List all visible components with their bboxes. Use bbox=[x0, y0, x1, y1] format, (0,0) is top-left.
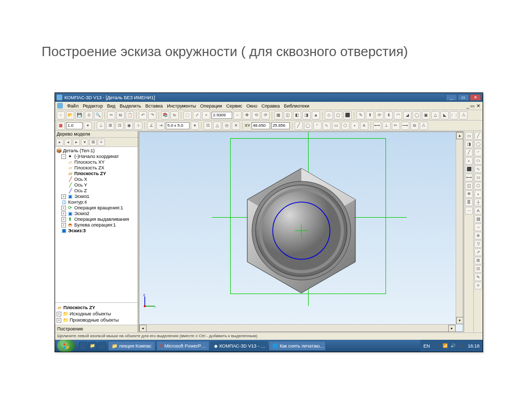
constraint-icon[interactable]: ⊥ bbox=[382, 122, 391, 130]
tree-sketch2[interactable]: +▣Эскиз2 bbox=[56, 211, 137, 217]
tree-plane-zx[interactable]: ▱Плоскость ZX bbox=[56, 165, 137, 171]
scale-input[interactable] bbox=[66, 122, 83, 129]
tree-tab[interactable]: Построение bbox=[55, 325, 138, 332]
dim2-icon[interactable]: ↔ bbox=[474, 223, 482, 231]
mirror-icon[interactable]: ⧊ bbox=[459, 111, 468, 119]
tree-body[interactable]: 📦Деталь (Тел-1) −✦(-)Начало координат ▱П… bbox=[55, 147, 138, 302]
round-icon[interactable]: ◉ bbox=[125, 122, 133, 130]
expand-icon[interactable]: + bbox=[61, 217, 66, 222]
ie-icon[interactable]: e bbox=[79, 342, 87, 350]
expand-icon[interactable]: + bbox=[61, 211, 66, 216]
task-powerpoint[interactable]: PMicrosoft PowerP… bbox=[156, 341, 210, 351]
layers-icon[interactable]: ≣ bbox=[465, 198, 473, 206]
text2-icon[interactable]: A bbox=[474, 207, 482, 215]
explorer-icon[interactable]: 📁 bbox=[88, 342, 97, 350]
scroll-right-icon[interactable]: ▸ bbox=[448, 325, 456, 332]
hidden-icon[interactable]: ◫ bbox=[284, 111, 292, 119]
shaded-icon[interactable]: ◧ bbox=[293, 111, 301, 119]
edit2-icon[interactable]: ✎ bbox=[474, 273, 482, 281]
section-icon[interactable]: ◫ bbox=[465, 182, 473, 190]
trim-icon[interactable]: ✂ bbox=[392, 122, 400, 130]
clock[interactable]: 16:18 bbox=[468, 343, 480, 349]
hide-icon[interactable]: 👁 bbox=[465, 190, 473, 198]
circle2-icon[interactable]: ◯ bbox=[474, 140, 482, 148]
spline-tool-icon[interactable]: ∿ bbox=[323, 122, 331, 130]
hole-icon[interactable]: ◯ bbox=[413, 111, 421, 119]
zoom-in-icon[interactable]: + bbox=[202, 111, 210, 119]
tree-expand-icon[interactable]: ▸ bbox=[56, 139, 63, 146]
menu-view[interactable]: Вид bbox=[107, 103, 115, 109]
zoom-fit-icon[interactable]: ⤢ bbox=[193, 111, 201, 119]
open-icon[interactable]: 📂 bbox=[66, 111, 74, 119]
tree-op-revolve[interactable]: +⟳Операция вращения:1 bbox=[56, 205, 137, 211]
rect2-icon[interactable]: ▭ bbox=[474, 174, 482, 181]
save-icon[interactable]: 💾 bbox=[75, 111, 84, 119]
scroll-down-icon[interactable]: ▾ bbox=[456, 317, 463, 324]
stop-icon[interactable]: ▦ bbox=[57, 122, 65, 130]
undo-icon[interactable]: ↶ bbox=[139, 111, 147, 119]
scrollbar-horizontal[interactable]: ◂ ▸ bbox=[139, 324, 456, 331]
line2-icon[interactable]: ╱ bbox=[474, 132, 482, 140]
scroll-up-icon[interactable]: ▴ bbox=[456, 132, 463, 139]
coord-y-input[interactable] bbox=[271, 122, 290, 129]
arc2-icon[interactable]: ◜ bbox=[474, 149, 482, 156]
expand-icon[interactable]: + bbox=[61, 223, 66, 228]
preview-icon[interactable]: 🔍 bbox=[94, 111, 102, 119]
pan-icon[interactable]: ✥ bbox=[243, 111, 251, 119]
expand-icon[interactable]: + bbox=[61, 194, 66, 199]
collapse-icon[interactable]: − bbox=[61, 154, 66, 159]
menu-window[interactable]: Окно bbox=[246, 103, 257, 109]
rib-icon[interactable]: △ bbox=[431, 111, 440, 119]
axis2-icon[interactable]: ┼ bbox=[474, 198, 482, 206]
faces-tool-icon[interactable]: ◨ bbox=[465, 140, 473, 148]
scrollbar-vertical[interactable]: ▴ ▾ bbox=[456, 132, 463, 324]
tree-bool[interactable]: +◓Булева операция:1 bbox=[56, 222, 137, 228]
menu-edit[interactable]: Редактор bbox=[83, 103, 103, 109]
tree-axis-y[interactable]: ╱Ось Y bbox=[56, 182, 137, 188]
paste-icon[interactable]: 📋 bbox=[126, 111, 134, 119]
menu-libraries[interactable]: Библиотеки bbox=[284, 103, 309, 109]
menu-insert[interactable]: Вставка bbox=[145, 103, 163, 109]
menu-select[interactable]: Выделить bbox=[119, 103, 141, 109]
point-tool-icon[interactable]: • bbox=[351, 122, 359, 130]
tree-sketch1[interactable]: +▣Эскиз1 bbox=[56, 194, 137, 200]
pattern-icon[interactable]: ⋮⋮ bbox=[450, 111, 458, 119]
draft-icon[interactable]: ◣ bbox=[441, 111, 449, 119]
spline2-icon[interactable]: ∿ bbox=[474, 165, 482, 173]
verts-tool-icon[interactable]: • bbox=[465, 157, 473, 165]
redo-icon[interactable]: ↷ bbox=[148, 111, 156, 119]
tree-origin[interactable]: −✦(-)Начало координат bbox=[56, 154, 137, 159]
revolve-icon[interactable]: ⟳ bbox=[375, 111, 383, 119]
zoom-readout[interactable] bbox=[211, 112, 232, 119]
local-cs-icon[interactable]: ⊹ bbox=[134, 122, 142, 130]
dropdown-icon[interactable]: ▾ bbox=[84, 122, 92, 130]
viewport-3d[interactable]: Z Y ◂ ▸ ▴ ▾ bbox=[139, 131, 463, 332]
cut-extrude-icon[interactable]: ⬇ bbox=[384, 111, 393, 119]
menu-service[interactable]: Сервис bbox=[226, 103, 242, 109]
polygon-tool-icon[interactable]: ⬡ bbox=[341, 122, 350, 130]
tree-plane-xy[interactable]: ▱Плоскость XY bbox=[56, 159, 137, 165]
scroll-track[interactable] bbox=[456, 139, 463, 317]
perspective-icon[interactable]: ▲ bbox=[312, 111, 320, 119]
scroll-track[interactable] bbox=[147, 325, 448, 331]
angle-icon[interactable]: ∠ bbox=[147, 122, 155, 130]
tray-shield-icon[interactable]: 🛡 bbox=[434, 343, 441, 349]
task-browser[interactable]: 🌐Как снять печатаю… bbox=[269, 341, 326, 351]
proj-icon[interactable]: ⊡ bbox=[474, 265, 482, 273]
table-icon[interactable]: ⊞ bbox=[474, 257, 482, 264]
endpoint-snap-icon[interactable]: ⊡ bbox=[204, 122, 212, 130]
tree-props-icon[interactable]: ≡ bbox=[98, 139, 105, 146]
copy-icon[interactable]: ⧉ bbox=[116, 111, 125, 119]
midpoint-snap-icon[interactable]: △ bbox=[213, 122, 221, 130]
minimize-button[interactable]: _ bbox=[446, 94, 457, 101]
snap-icon[interactable]: ⊡ bbox=[115, 122, 124, 130]
zoom-out-icon[interactable]: − bbox=[233, 111, 242, 119]
extend-icon[interactable]: ⟶ bbox=[401, 122, 409, 130]
line-tool-icon[interactable]: ╱ bbox=[295, 122, 303, 130]
tree-sketch3[interactable]: ▣Эскиз:3 bbox=[56, 228, 137, 234]
dropdown-icon[interactable]: ▾ bbox=[191, 122, 199, 130]
shaded-edges-icon[interactable]: ◨ bbox=[302, 111, 311, 119]
dim-tool-icon[interactable]: ⟷ bbox=[373, 122, 381, 130]
expand-icon[interactable]: + bbox=[57, 318, 61, 323]
arc-tool-icon[interactable]: ◜ bbox=[313, 122, 322, 130]
